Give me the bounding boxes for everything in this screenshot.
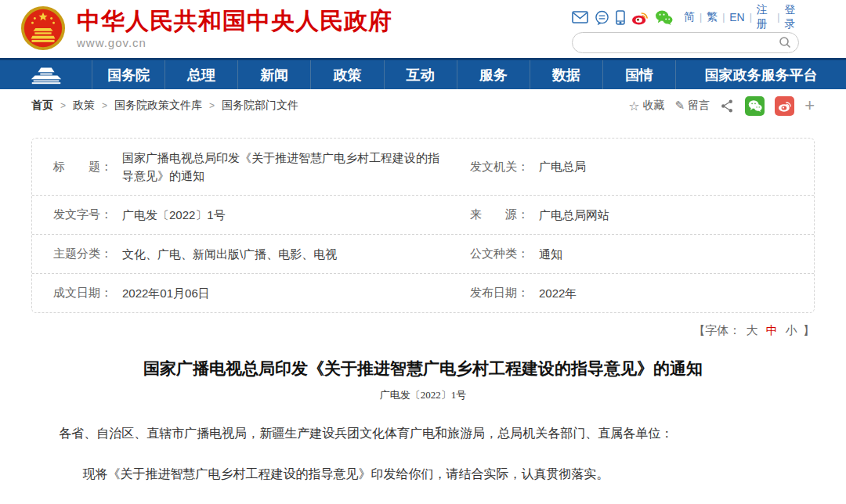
search-box bbox=[572, 32, 799, 53]
more-share-button[interactable]: + bbox=[804, 97, 815, 114]
lang-traditional[interactable]: 繁 bbox=[707, 10, 718, 24]
doc-field-topic-category: 主题分类： 文化、广电、新闻出版\广播、电影、电视 bbox=[32, 235, 465, 273]
weibo-icon[interactable] bbox=[631, 9, 649, 25]
pencil-icon: ✎ bbox=[675, 99, 685, 113]
article-salutation: 各省、自治区、直辖市广播电视局，新疆生产建设兵团文化体育广电和旅游局，总局机关各… bbox=[31, 424, 815, 443]
field-value: 2022年 bbox=[539, 284, 798, 302]
breadcrumb-policy-library[interactable]: 国务院政策文件库 bbox=[114, 99, 202, 113]
nav-item-service-platform[interactable]: 国家政务服务平台 bbox=[675, 60, 846, 89]
field-label: 标 题： bbox=[53, 160, 122, 175]
font-size-small-button[interactable]: 小 bbox=[786, 323, 797, 338]
font-bar-prefix: 【字体： bbox=[693, 323, 740, 338]
main-nav: 国务院 总理 新闻 政策 互动 服务 数据 国情 国家政务服务平台 bbox=[0, 58, 846, 89]
site-logo[interactable]: 中华人民共和国中央人民政府 www.gov.cn bbox=[20, 5, 392, 51]
doc-field-publish-date: 发布日期： 2022年 bbox=[465, 274, 814, 312]
doc-field-written-date: 成文日期： 2022年01月06日 bbox=[32, 274, 465, 312]
nav-item-guoqing[interactable]: 国情 bbox=[602, 60, 675, 89]
chevron-right-icon: > bbox=[60, 100, 66, 111]
field-value: 通知 bbox=[539, 245, 798, 263]
register-link[interactable]: 注册 bbox=[757, 3, 773, 31]
header-toolbar: 简 | 繁 | EN | 注册 | 登录 bbox=[572, 8, 801, 27]
favorite-button[interactable]: ☆ 收藏 bbox=[628, 99, 664, 113]
field-label: 发布日期： bbox=[470, 286, 539, 301]
doc-field-doc-number: 发文字号： 广电发〔2022〕1号 bbox=[32, 196, 465, 234]
font-size-large-button[interactable]: 大 bbox=[746, 323, 757, 338]
field-label: 来 源： bbox=[470, 207, 539, 222]
share-weibo-button[interactable] bbox=[775, 96, 794, 116]
share-icon bbox=[720, 99, 735, 113]
doc-field-source: 来 源： 广电总局网站 bbox=[465, 196, 814, 234]
doc-field-issuing-agency: 发文机关： 广电总局 bbox=[465, 139, 814, 195]
breadcrumb-policy[interactable]: 政策 bbox=[73, 99, 95, 113]
separator: | bbox=[722, 12, 725, 23]
star-icon: ☆ bbox=[628, 99, 639, 113]
nav-item-shuju[interactable]: 数据 bbox=[530, 60, 602, 89]
field-value: 国家广播电视总局印发《关于推进智慧广电乡村工程建设的指导意见》的通知 bbox=[122, 149, 450, 185]
share-wechat-button[interactable] bbox=[745, 96, 765, 116]
field-label: 公文种类： bbox=[470, 247, 539, 261]
separator: | bbox=[700, 12, 702, 23]
doc-info-row: 标 题： 国家广播电视总局印发《关于推进智慧广电乡村工程建设的指导意见》的通知 … bbox=[32, 139, 814, 196]
comment-button[interactable]: ✎ 留言 bbox=[675, 99, 710, 113]
field-label: 成文日期： bbox=[53, 286, 122, 301]
mail-icon[interactable] bbox=[572, 11, 588, 23]
search-input[interactable] bbox=[582, 34, 778, 51]
nav-item-zhengce[interactable]: 政策 bbox=[310, 60, 383, 89]
chevron-right-icon: > bbox=[102, 100, 107, 111]
field-value: 文化、广电、新闻出版\广播、电影、电视 bbox=[122, 245, 450, 263]
weibo-icon bbox=[778, 99, 792, 112]
mobile-icon[interactable] bbox=[616, 10, 625, 25]
site-title-block: 中华人民共和国中央人民政府 www.gov.cn bbox=[77, 8, 392, 49]
field-label: 发文字号： bbox=[53, 207, 122, 222]
nav-item-guowuyuan[interactable]: 国务院 bbox=[92, 60, 164, 89]
search-icon[interactable] bbox=[779, 36, 792, 52]
font-size-bar: 【字体： 大 中 小 】 bbox=[31, 323, 815, 338]
field-value: 广电发〔2022〕1号 bbox=[122, 206, 450, 224]
article-doc-number: 广电发〔2022〕1号 bbox=[0, 388, 846, 402]
separator: | bbox=[750, 12, 752, 23]
breadcrumb-home[interactable]: 首页 bbox=[31, 99, 53, 113]
document-info-card: 标 题： 国家广播电视总局印发《关于推进智慧广电乡村工程建设的指导意见》的通知 … bbox=[31, 138, 815, 313]
lang-english[interactable]: EN bbox=[729, 11, 744, 23]
doc-info-row: 成文日期： 2022年01月06日 发布日期： 2022年 bbox=[32, 274, 814, 312]
site-title: 中华人民共和国中央人民政府 bbox=[77, 8, 392, 34]
nav-item-xinwen[interactable]: 新闻 bbox=[237, 60, 310, 89]
wechat-icon bbox=[748, 99, 762, 112]
favorite-label: 收藏 bbox=[643, 99, 665, 113]
article-title: 国家广播电视总局印发《关于推进智慧广电乡村工程建设的指导意见》的通知 bbox=[47, 358, 799, 380]
field-value: 广电总局网站 bbox=[539, 206, 798, 224]
site-header: 中华人民共和国中央人民政府 www.gov.cn bbox=[0, 0, 846, 58]
article-paragraph: 现将《关于推进智慧广电乡村工程建设的指导意见》印发给你们，请结合实际，认真贯彻落… bbox=[31, 465, 815, 484]
article-body: 各省、自治区、直辖市广播电视局，新疆生产建设兵团文化体育广电和旅游局，总局机关各… bbox=[31, 424, 815, 504]
header-right: 简 | 繁 | EN | 注册 | 登录 bbox=[572, 8, 801, 53]
nav-item-hudong[interactable]: 互动 bbox=[384, 60, 457, 89]
login-link[interactable]: 登录 bbox=[784, 3, 801, 31]
font-bar-suffix: 】 bbox=[803, 323, 815, 338]
nav-item-zongli[interactable]: 总理 bbox=[164, 60, 237, 89]
field-label: 发文机关： bbox=[470, 160, 539, 175]
comment-icon[interactable] bbox=[595, 10, 609, 25]
share-button[interactable] bbox=[720, 99, 735, 113]
comment-label: 留言 bbox=[688, 99, 710, 113]
nav-home[interactable] bbox=[0, 60, 92, 89]
separator: | bbox=[777, 12, 779, 23]
lang-links: 简 | 繁 | EN | 注册 | 登录 bbox=[684, 3, 801, 31]
doc-field-doc-type: 公文种类： 通知 bbox=[465, 235, 814, 273]
doc-info-row: 主题分类： 文化、广电、新闻出版\广播、电影、电视 公文种类： 通知 bbox=[32, 235, 814, 274]
site-url: www.gov.cn bbox=[77, 36, 392, 49]
field-value: 广电总局 bbox=[539, 157, 798, 175]
field-label: 主题分类： bbox=[53, 247, 122, 261]
nav-item-fuwu[interactable]: 服务 bbox=[457, 60, 530, 89]
breadcrumb-current: 国务院部门文件 bbox=[222, 99, 298, 113]
page-actions: ☆ 收藏 ✎ 留言 bbox=[628, 96, 815, 116]
doc-info-row: 发文字号： 广电发〔2022〕1号 来 源： 广电总局网站 bbox=[32, 196, 814, 235]
breadcrumb-bar: 首页 > 政策 > 国务院政策文件库 > 国务院部门文件 ☆ 收藏 ✎ 留言 bbox=[0, 89, 846, 122]
lang-simplified[interactable]: 简 bbox=[684, 10, 695, 24]
wechat-icon[interactable] bbox=[655, 9, 673, 25]
chevron-right-icon: > bbox=[209, 100, 215, 111]
doc-field-title: 标 题： 国家广播电视总局印发《关于推进智慧广电乡村工程建设的指导意见》的通知 bbox=[32, 139, 465, 195]
tiananmen-icon bbox=[27, 66, 65, 85]
field-value: 2022年01月06日 bbox=[122, 284, 450, 302]
national-emblem-icon bbox=[20, 5, 66, 51]
font-size-medium-button[interactable]: 中 bbox=[766, 323, 778, 338]
